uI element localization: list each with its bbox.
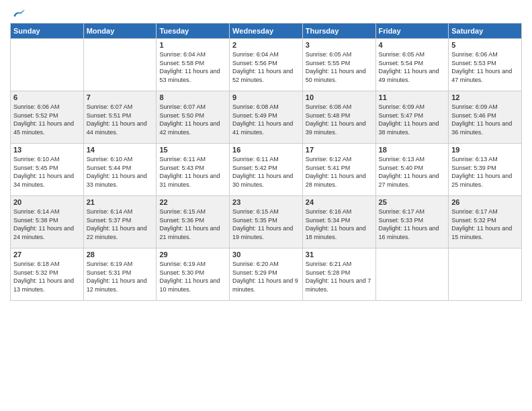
logo <box>10 7 25 17</box>
day-info: Sunrise: 6:08 AMSunset: 5:49 PMDaylight:… <box>232 103 300 136</box>
day-number: 24 <box>306 198 373 206</box>
day-number: 7 <box>87 93 154 101</box>
calendar-cell: 8Sunrise: 6:07 AMSunset: 5:50 PMDaylight… <box>157 91 230 144</box>
day-number: 28 <box>87 250 154 259</box>
day-number: 4 <box>379 41 446 49</box>
calendar-cell: 29Sunrise: 6:19 AMSunset: 5:30 PMDayligh… <box>157 248 230 301</box>
calendar-week-row: 1Sunrise: 6:04 AMSunset: 5:58 PMDaylight… <box>11 39 522 91</box>
calendar-cell: 11Sunrise: 6:09 AMSunset: 5:47 PMDayligh… <box>375 91 449 144</box>
day-number: 13 <box>13 146 81 154</box>
calendar-cell: 15Sunrise: 6:11 AMSunset: 5:43 PMDayligh… <box>157 144 230 196</box>
calendar-cell: 23Sunrise: 6:15 AMSunset: 5:35 PMDayligh… <box>230 196 303 248</box>
calendar-cell <box>83 39 157 91</box>
day-number: 9 <box>232 93 300 101</box>
day-number: 22 <box>159 198 226 206</box>
day-info: Sunrise: 6:15 AMSunset: 5:35 PMDaylight:… <box>232 208 300 241</box>
day-info: Sunrise: 6:09 AMSunset: 5:47 PMDaylight:… <box>379 103 446 136</box>
day-number: 6 <box>13 93 81 101</box>
calendar-cell: 10Sunrise: 6:08 AMSunset: 5:48 PMDayligh… <box>302 91 375 144</box>
day-number: 17 <box>306 146 373 154</box>
day-info: Sunrise: 6:19 AMSunset: 5:31 PMDaylight:… <box>87 260 154 293</box>
calendar-cell: 17Sunrise: 6:12 AMSunset: 5:41 PMDayligh… <box>302 144 375 196</box>
day-number: 2 <box>232 41 300 49</box>
day-info: Sunrise: 6:10 AMSunset: 5:45 PMDaylight:… <box>13 155 81 189</box>
calendar-week-row: 6Sunrise: 6:06 AMSunset: 5:52 PMDaylight… <box>11 91 522 144</box>
day-info: Sunrise: 6:11 AMSunset: 5:42 PMDaylight:… <box>232 155 300 189</box>
day-info: Sunrise: 6:04 AMSunset: 5:56 PMDaylight:… <box>232 50 300 84</box>
calendar-cell: 4Sunrise: 6:05 AMSunset: 5:54 PMDaylight… <box>375 39 449 91</box>
day-info: Sunrise: 6:08 AMSunset: 5:48 PMDaylight:… <box>306 103 373 136</box>
day-info: Sunrise: 6:17 AMSunset: 5:33 PMDaylight:… <box>379 208 446 241</box>
header <box>10 7 522 17</box>
calendar-cell: 2Sunrise: 6:04 AMSunset: 5:56 PMDaylight… <box>230 39 303 91</box>
day-number: 21 <box>87 198 154 206</box>
calendar-week-row: 27Sunrise: 6:18 AMSunset: 5:32 PMDayligh… <box>11 248 522 301</box>
calendar-cell <box>449 248 522 301</box>
calendar-cell: 22Sunrise: 6:15 AMSunset: 5:36 PMDayligh… <box>157 196 230 248</box>
calendar-cell: 21Sunrise: 6:14 AMSunset: 5:37 PMDayligh… <box>83 196 157 248</box>
day-number: 11 <box>379 93 446 101</box>
calendar-cell: 19Sunrise: 6:13 AMSunset: 5:39 PMDayligh… <box>449 144 522 196</box>
weekday-header-thursday: Thursday <box>302 24 375 39</box>
day-number: 20 <box>13 198 81 206</box>
day-info: Sunrise: 6:13 AMSunset: 5:39 PMDaylight:… <box>451 155 519 189</box>
logo-text <box>10 7 25 20</box>
calendar-cell: 30Sunrise: 6:20 AMSunset: 5:29 PMDayligh… <box>230 248 303 301</box>
day-number: 5 <box>451 41 519 49</box>
calendar-cell: 13Sunrise: 6:10 AMSunset: 5:45 PMDayligh… <box>11 144 84 196</box>
day-number: 1 <box>159 41 226 49</box>
calendar-header-row: SundayMondayTuesdayWednesdayThursdayFrid… <box>11 24 522 39</box>
day-info: Sunrise: 6:17 AMSunset: 5:32 PMDaylight:… <box>451 208 519 241</box>
calendar-cell: 28Sunrise: 6:19 AMSunset: 5:31 PMDayligh… <box>83 248 157 301</box>
calendar-cell: 5Sunrise: 6:06 AMSunset: 5:53 PMDaylight… <box>449 39 522 91</box>
day-info: Sunrise: 6:11 AMSunset: 5:43 PMDaylight:… <box>159 155 226 189</box>
day-number: 26 <box>451 198 519 206</box>
logo-bird-icon <box>11 7 25 20</box>
day-number: 18 <box>379 146 446 154</box>
calendar-cell: 1Sunrise: 6:04 AMSunset: 5:58 PMDaylight… <box>157 39 230 91</box>
day-number: 15 <box>159 146 226 154</box>
day-number: 14 <box>87 146 154 154</box>
calendar-cell <box>11 39 84 91</box>
day-info: Sunrise: 6:07 AMSunset: 5:50 PMDaylight:… <box>159 103 226 136</box>
day-number: 30 <box>232 250 300 259</box>
day-info: Sunrise: 6:09 AMSunset: 5:46 PMDaylight:… <box>451 103 519 136</box>
day-info: Sunrise: 6:20 AMSunset: 5:29 PMDaylight:… <box>232 260 300 293</box>
calendar-cell: 14Sunrise: 6:10 AMSunset: 5:44 PMDayligh… <box>83 144 157 196</box>
weekday-header-friday: Friday <box>375 24 449 39</box>
calendar-week-row: 13Sunrise: 6:10 AMSunset: 5:45 PMDayligh… <box>11 144 522 196</box>
day-number: 10 <box>306 93 373 101</box>
day-number: 23 <box>232 198 300 206</box>
calendar-cell: 3Sunrise: 6:05 AMSunset: 5:55 PMDaylight… <box>302 39 375 91</box>
day-info: Sunrise: 6:05 AMSunset: 5:54 PMDaylight:… <box>379 50 446 84</box>
weekday-header-monday: Monday <box>83 24 157 39</box>
day-info: Sunrise: 6:13 AMSunset: 5:40 PMDaylight:… <box>379 155 446 189</box>
day-info: Sunrise: 6:16 AMSunset: 5:34 PMDaylight:… <box>306 208 373 241</box>
day-info: Sunrise: 6:06 AMSunset: 5:53 PMDaylight:… <box>451 50 519 84</box>
calendar-cell: 26Sunrise: 6:17 AMSunset: 5:32 PMDayligh… <box>449 196 522 248</box>
day-info: Sunrise: 6:06 AMSunset: 5:52 PMDaylight:… <box>13 103 81 136</box>
calendar-cell: 12Sunrise: 6:09 AMSunset: 5:46 PMDayligh… <box>449 91 522 144</box>
day-number: 8 <box>159 93 226 101</box>
day-number: 3 <box>306 41 373 49</box>
weekday-header-wednesday: Wednesday <box>230 24 303 39</box>
day-number: 12 <box>451 93 519 101</box>
day-info: Sunrise: 6:14 AMSunset: 5:38 PMDaylight:… <box>13 208 81 241</box>
day-info: Sunrise: 6:15 AMSunset: 5:36 PMDaylight:… <box>159 208 226 241</box>
day-number: 25 <box>379 198 446 206</box>
calendar-cell: 16Sunrise: 6:11 AMSunset: 5:42 PMDayligh… <box>230 144 303 196</box>
day-number: 19 <box>451 146 519 154</box>
weekday-header-sunday: Sunday <box>11 24 84 39</box>
weekday-header-tuesday: Tuesday <box>157 24 230 39</box>
page: SundayMondayTuesdayWednesdayThursdayFrid… <box>0 0 532 411</box>
day-info: Sunrise: 6:18 AMSunset: 5:32 PMDaylight:… <box>13 260 81 293</box>
day-number: 29 <box>159 250 226 259</box>
calendar-cell: 18Sunrise: 6:13 AMSunset: 5:40 PMDayligh… <box>375 144 449 196</box>
calendar-week-row: 20Sunrise: 6:14 AMSunset: 5:38 PMDayligh… <box>11 196 522 248</box>
day-number: 27 <box>13 250 81 259</box>
day-info: Sunrise: 6:19 AMSunset: 5:30 PMDaylight:… <box>159 260 226 293</box>
day-info: Sunrise: 6:14 AMSunset: 5:37 PMDaylight:… <box>87 208 154 241</box>
calendar-cell: 20Sunrise: 6:14 AMSunset: 5:38 PMDayligh… <box>11 196 84 248</box>
day-number: 16 <box>232 146 300 154</box>
calendar-cell: 25Sunrise: 6:17 AMSunset: 5:33 PMDayligh… <box>375 196 449 248</box>
